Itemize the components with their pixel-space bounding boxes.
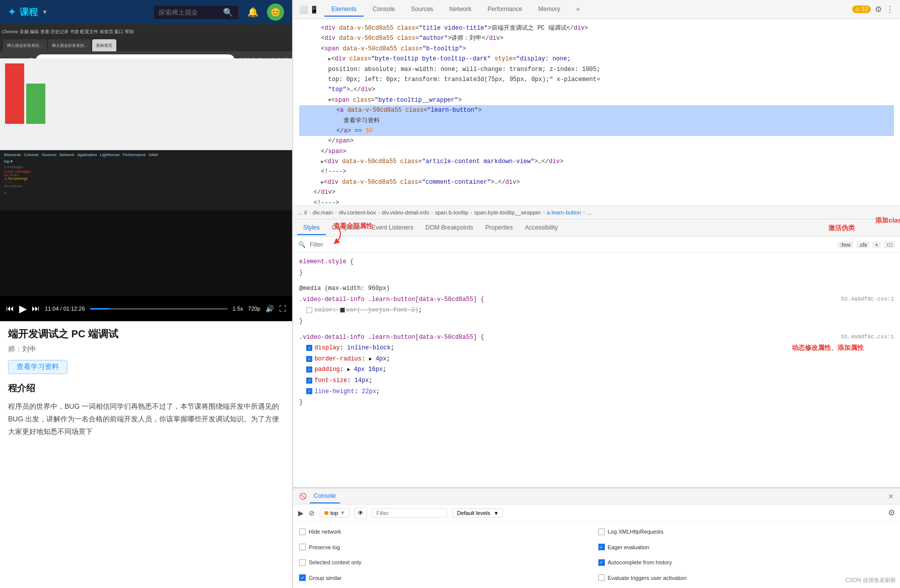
context-label: top (330, 510, 338, 516)
css-prop-checkbox-color[interactable] (306, 307, 312, 313)
console-filter-input[interactable] (372, 508, 447, 518)
user-avatar[interactable]: 😊 (267, 4, 284, 21)
speed-indicator[interactable]: 1.5x (233, 306, 243, 312)
css-val-border-radius: 4px (376, 355, 387, 362)
tab-styles[interactable]: Styles (297, 221, 326, 235)
logo: ✦ 课程 ▼ (8, 6, 48, 18)
browser-tab-1[interactable]: 稀土掘金炒发者技... (3, 39, 47, 51)
tab-sources[interactable]: Sources (404, 3, 440, 17)
css-prop-checkbox-line-height[interactable]: ✓ (306, 388, 312, 394)
breadcrumb-2[interactable]: div.main (313, 209, 333, 215)
tab-properties[interactable]: Properties (479, 221, 519, 235)
breadcrumb-1[interactable]: ... il (298, 209, 307, 215)
fullscreen-icon[interactable]: ⛶ (279, 305, 286, 313)
tab-performance[interactable]: Performance (480, 3, 529, 17)
browser-tab-3[interactable]: 新标签页 (92, 39, 116, 51)
css-prop-checkbox-border-radius[interactable]: ✓ (306, 356, 312, 362)
filter-icon: 🔍 (298, 241, 306, 248)
progress-bar[interactable] (90, 308, 228, 310)
tab-elements[interactable]: Elements (324, 3, 364, 17)
css-selector-2: .video-detail-info .learn-button[data-v-… (299, 296, 484, 303)
checkbox-autocomplete[interactable]: ✓ (598, 559, 605, 566)
search-input[interactable] (159, 9, 219, 16)
settings-icon[interactable]: ⚙ (875, 5, 882, 14)
volume-icon[interactable]: 🔊 (265, 305, 274, 313)
checkbox-hide-network[interactable] (299, 529, 306, 535)
notification-bell[interactable]: 🔔 (245, 4, 261, 20)
add-style-button[interactable]: + (872, 241, 880, 248)
inspect-icon[interactable]: ⬜ (299, 6, 308, 14)
more-options-icon[interactable]: ⋮ (886, 5, 894, 14)
checkbox-group-similar[interactable]: ✓ (299, 574, 306, 581)
option-preserve-log: Preserve log (299, 541, 595, 554)
tab-accessibility[interactable]: Accessibility (519, 221, 564, 235)
html-line-selected-text: 查看学习资料 (299, 116, 894, 126)
level-arrow: ▼ (494, 510, 499, 516)
styles-tab-bar: Styles Computed Event Listeners DOM Brea… (293, 219, 900, 237)
device-icon[interactable]: 📱 (310, 6, 318, 14)
css-selector-2-close: } (299, 318, 303, 325)
console-close-icon[interactable]: ✕ (888, 492, 894, 500)
console-toolbar: ▶ ⊘ top ▼ 👁 Default levels ▼ ⚙ (293, 504, 900, 522)
search-bar[interactable]: 🔍 (153, 5, 239, 20)
bar-2 (26, 84, 45, 124)
console-clear-icon[interactable]: 🚫 (299, 493, 307, 500)
html-line-comment-1: <!----> (299, 167, 894, 177)
checkbox-log-xhr[interactable] (598, 529, 605, 535)
label-eager-eval: Eager evaluation (608, 544, 650, 550)
progress-fill (90, 308, 109, 310)
checkbox-evaluate-triggers[interactable] (598, 574, 605, 581)
cls-button[interactable]: .cls (856, 241, 870, 248)
learn-button[interactable]: 查看学习资料 (8, 360, 67, 374)
level-dropdown[interactable]: Default levels ▼ (452, 508, 503, 518)
play-icon[interactable]: ▶ (19, 303, 27, 315)
filter-bar: 🔍 查看全部属性 激活伪类 :hov .cls + ↑□ 添加class (293, 237, 900, 253)
checkbox-preserve-log[interactable] (299, 544, 306, 550)
css-rules-area: element.style { } @media (max-width: 960… (293, 253, 900, 487)
tab-dom-breakpoints[interactable]: DOM Breakpoints (420, 221, 479, 235)
console-block-icon[interactable]: ⊘ (309, 509, 315, 517)
orange-dot (324, 511, 328, 515)
video-player: ⏮ ▶ ⏭ 11:04 / 01:12:26 1.5x 720p 🔊 ⛶ (0, 210, 292, 321)
breadcrumb-4[interactable]: div.video-detail-info (382, 209, 429, 215)
toggle-panel-button[interactable]: ↑□ (884, 241, 895, 248)
breadcrumb-7[interactable]: a.learn-button (547, 209, 581, 215)
browser-tab-2[interactable]: 稀土掘金炒发者技... (48, 39, 92, 51)
console-execute-icon[interactable]: ▶ (298, 509, 304, 517)
console-tab-label[interactable]: Console (310, 489, 340, 503)
devtools-tab-bar: ⬜ 📱 Elements Console Sources Network Per… (293, 0, 900, 19)
tab-console[interactable]: Console (366, 3, 402, 17)
tab-memory[interactable]: Memory (531, 3, 567, 17)
hov-button[interactable]: :hov (838, 241, 853, 248)
style-filter-input[interactable] (310, 241, 834, 248)
css-rule-main: .video-detail-info .learn-button[data-v-… (299, 332, 894, 408)
tab-more[interactable]: » (569, 3, 587, 17)
breadcrumb-8[interactable]: ... (587, 209, 591, 215)
breadcrumb-6[interactable]: span.byte-tooltip__wrapper (474, 209, 541, 215)
breadcrumb-3[interactable]: div.content-box (339, 209, 376, 215)
tab-computed[interactable]: Computed (326, 221, 366, 235)
chart-area (5, 63, 45, 124)
css-prop-checkbox-font-size[interactable]: ✓ (306, 378, 312, 384)
gear-icon-console[interactable]: ⚙ (888, 508, 895, 518)
context-selector[interactable]: top ▼ (320, 508, 350, 518)
eye-button[interactable]: 👁 (355, 507, 367, 519)
css-prop-checkbox-padding[interactable]: ✓ (306, 366, 312, 373)
option-selected-context: Selected context only (299, 556, 595, 569)
option-log-xhr: Log XMLHttpRequests (598, 526, 894, 538)
checkbox-eager-eval[interactable]: ✓ (598, 544, 605, 550)
pseudo-buttons: 激活伪类 :hov .cls + ↑□ 添加class (838, 241, 895, 248)
breadcrumb-5[interactable]: span.b-tooltip (435, 209, 468, 215)
css-prop-checkbox-display[interactable]: ✓ (306, 345, 312, 351)
dropdown-icon[interactable]: ▼ (42, 9, 48, 16)
css-prop-color: color (314, 307, 332, 314)
annotation-dynamic-edit: 动态修改属性、添加属性 (792, 342, 864, 354)
html-line-5: position: absolute; max-width: none; wil… (299, 64, 894, 75)
tab-event-listeners[interactable]: Event Listeners (366, 221, 420, 235)
prev-frame-icon[interactable]: ⏮ (6, 304, 14, 313)
html-line-selected[interactable]: <a data-v-50cd8a55 class="learn-button"> (299, 105, 894, 115)
quality-indicator[interactable]: 720p (248, 306, 260, 312)
tab-network[interactable]: Network (442, 3, 478, 17)
next-frame-icon[interactable]: ⏭ (32, 304, 40, 313)
checkbox-selected-context[interactable] (299, 559, 306, 566)
